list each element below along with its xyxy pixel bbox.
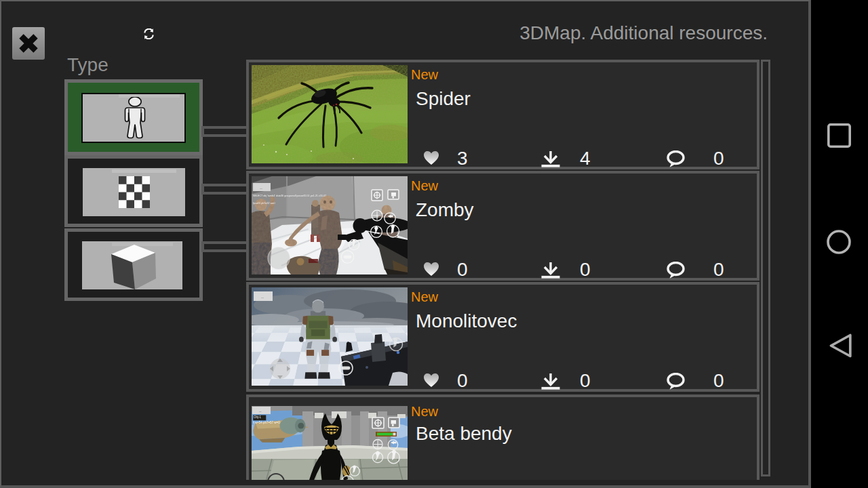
- svg-text:fps=54 ph7=57 w=0: fps=54 ph7=57 w=0: [253, 421, 280, 424]
- svg-text:..: ..: [259, 408, 262, 413]
- svg-text:Obj-1: Obj-1: [254, 415, 262, 419]
- svg-text:fps=55 ph7=32 w=0: fps=55 ph7=32 w=0: [253, 202, 275, 205]
- svg-text:..: ..: [261, 294, 264, 299]
- svg-text:SELECT obj 'tamb4' dst=36 grou: SELECT obj 'tamb4' dst=36 group=null pos…: [253, 195, 326, 197]
- svg-text:..: ..: [260, 185, 262, 190]
